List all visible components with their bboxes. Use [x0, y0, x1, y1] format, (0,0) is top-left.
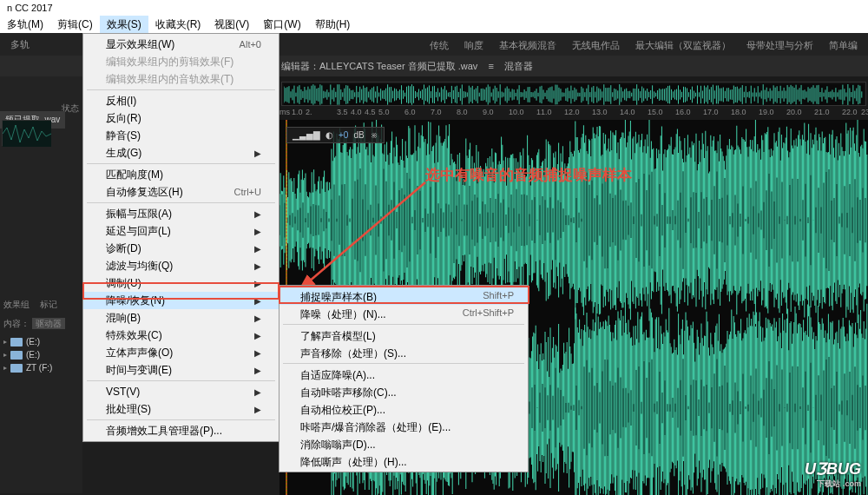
ruler-mark: 11.0 — [536, 108, 552, 116]
workspace-tabs: 传统响度基本视频混音无线电作品最大编辑（双监视器）母带处理与分析简单编 — [279, 35, 868, 56]
menu-item[interactable]: 滤波与均衡(Q)▶ — [83, 257, 279, 274]
menu-item[interactable]: 帮助(H) — [308, 16, 358, 33]
menu-item[interactable]: 多轨(M) — [0, 16, 50, 33]
ruler-mark: 4.5 — [365, 108, 376, 116]
watermark: UƷBUG下载站 .com — [805, 459, 861, 490]
menu-item[interactable]: 编辑效果组内的音轨效果(T) — [83, 70, 279, 88]
menu-item[interactable]: 调制(U)▶ — [83, 274, 279, 292]
fx-icon[interactable]: ⨳ — [370, 130, 378, 140]
panel-tab-markers[interactable]: 标记 — [40, 299, 57, 311]
menu-item[interactable]: 效果(S) — [100, 16, 148, 33]
ruler-mark: 4.0 — [351, 108, 362, 116]
menu-item[interactable]: 混响(B)▶ — [83, 309, 279, 327]
submenu-arrow-icon: ▶ — [254, 348, 261, 358]
submenu-arrow-icon: ▶ — [254, 366, 261, 375]
submenu-item[interactable]: 咔嗒声/爆音消除器（处理）(E)... — [279, 418, 528, 435]
menu-item[interactable]: 静音(S) — [83, 127, 279, 144]
ruler-mark: 5.0 — [378, 108, 390, 116]
menu-item[interactable]: 收藏夹(R) — [148, 16, 208, 33]
drive-item[interactable]: ▸(E:) — [3, 335, 79, 348]
submenu-item[interactable]: 自适应降噪(A)... — [279, 366, 528, 383]
ruler-mark: 1.0 — [292, 108, 303, 116]
submenu-arrow-icon: ▶ — [254, 209, 261, 219]
noise-reduction-submenu: 捕捉噪声样本(B)Shift+P降噪（处理）(N)...Ctrl+Shift+P… — [279, 285, 529, 472]
workspace-tab[interactable]: 简单编 — [829, 39, 858, 52]
menu-item[interactable]: 匹配响度(M) — [83, 166, 279, 183]
pan-icon: ◐ — [326, 130, 333, 140]
ruler-mark: 6.0 — [404, 108, 416, 116]
submenu-arrow-icon: ▶ — [254, 148, 261, 158]
multitrack-button[interactable]: 多轨 — [5, 38, 35, 51]
menu-item[interactable]: 批处理(S)▶ — [83, 400, 279, 418]
submenu-item[interactable]: 消除嗡嗡声(D)... — [279, 435, 528, 452]
menu-item[interactable]: 反向(R) — [83, 109, 279, 127]
submenu-item[interactable]: 了解声音模型(L) — [279, 327, 528, 344]
submenu-item[interactable]: 自动咔嗒声移除(C)... — [279, 383, 528, 400]
menu-item[interactable]: 振幅与压限(A)▶ — [83, 205, 279, 222]
menu-item[interactable]: 立体声声像(O)▶ — [83, 344, 279, 361]
drive-item[interactable]: ▸(E:) — [3, 348, 79, 361]
ruler-mark: 19.0 — [759, 108, 774, 116]
ruler-mark: 8.0 — [457, 108, 468, 116]
effects-menu: 显示效果组(W)Alt+0编辑效果组内的剪辑效果(F)编辑效果组内的音轨效果(T… — [82, 33, 279, 442]
waveform-thumbnail — [2, 120, 50, 146]
ruler-mark: 2. — [306, 108, 312, 116]
menu-item[interactable]: 自动修复选区(H)Ctrl+U — [83, 183, 279, 201]
submenu-arrow-icon: ▶ — [254, 314, 261, 323]
ruler-mark: 22.0 — [842, 108, 858, 116]
menu-item[interactable]: 延迟与回声(L)▶ — [83, 222, 279, 240]
workspace-tab[interactable]: 传统 — [430, 39, 449, 52]
submenu-arrow-icon: ▶ — [254, 261, 261, 271]
mixer-tab[interactable]: 混音器 — [504, 60, 533, 73]
annotation-text: 选中有噪音的音频捕捉噪声样本 — [425, 165, 632, 185]
menu-item[interactable]: 剪辑(C) — [50, 16, 100, 33]
menu-item[interactable]: 降噪/恢复(N)▶ — [83, 292, 279, 309]
overview-waveform[interactable] — [281, 82, 866, 106]
workspace-tab[interactable]: 母带处理与分析 — [746, 39, 813, 52]
title-bar: n CC 2017 — [0, 0, 868, 16]
submenu-arrow-icon: ▶ — [254, 279, 261, 288]
drive-icon — [10, 364, 23, 373]
level-bars-icon: ▁▃▅▇ — [293, 130, 320, 140]
submenu-item[interactable]: 捕捉噪声样本(B)Shift+P — [279, 287, 528, 305]
menu-item[interactable]: 视图(V) — [207, 16, 256, 33]
workspace-tab[interactable]: 基本视频混音 — [499, 39, 556, 52]
menu-item[interactable]: 时间与变调(E)▶ — [83, 361, 279, 379]
workspace-tab[interactable]: 响度 — [464, 39, 483, 52]
ruler-mark: 10.0 — [509, 108, 524, 116]
ruler-mark: ms — [279, 108, 290, 116]
workspace-tab[interactable]: 最大编辑（双监视器） — [635, 39, 731, 52]
submenu-arrow-icon: ▶ — [254, 244, 261, 254]
panel-menu-icon[interactable]: ≡ — [488, 61, 493, 71]
panel-tab-fxgroup[interactable]: 效果组 — [3, 299, 30, 311]
submenu-item[interactable]: 降噪（处理）(N)...Ctrl+Shift+P — [279, 305, 528, 322]
submenu-item[interactable]: 降低嘶声（处理）(H)... — [279, 452, 528, 470]
ruler-mark: 14.0 — [620, 108, 635, 116]
ruler-mark: 9.0 — [483, 108, 494, 116]
menu-item[interactable]: 反相(I) — [83, 92, 279, 109]
workspace-tab[interactable]: 无线电作品 — [572, 39, 620, 52]
submenu-item[interactable]: 自动相位校正(P)... — [279, 400, 528, 418]
menu-item[interactable]: 音频增效工具管理器(P)... — [83, 422, 279, 439]
editor-file-label: 编辑器：ALLEYCATS Teaser 音频已提取 .wav — [281, 60, 477, 73]
ruler-mark: 21.0 — [814, 108, 830, 116]
menu-item[interactable]: 生成(G)▶ — [83, 144, 279, 162]
submenu-arrow-icon: ▶ — [254, 331, 261, 340]
menu-item[interactable]: 显示效果组(W)Alt+0 — [83, 36, 279, 53]
menu-bar: 多轨(M)剪辑(C)效果(S)收藏夹(R)视图(V)窗口(W)帮助(H) — [0, 16, 868, 33]
db-value: +0 — [339, 130, 348, 140]
menu-item[interactable]: 窗口(W) — [256, 16, 307, 33]
ruler-mark: 7.0 — [431, 108, 442, 116]
menu-item[interactable]: 特殊效果(C)▶ — [83, 327, 279, 344]
submenu-arrow-icon: ▶ — [254, 296, 261, 306]
ruler-mark: 13.0 — [592, 108, 608, 116]
menu-item[interactable]: 编辑效果组内的剪辑效果(F) — [83, 53, 279, 70]
drive-item[interactable]: ▸ZT (F:) — [3, 361, 79, 374]
submenu-arrow-icon: ▶ — [254, 405, 261, 414]
menu-item[interactable]: VST(V)▶ — [83, 383, 279, 400]
content-label: 内容： — [3, 319, 30, 328]
menu-item[interactable]: 诊断(D)▶ — [83, 240, 279, 257]
submenu-item[interactable]: 声音移除（处理）(S)... — [279, 344, 528, 361]
content-value[interactable]: 驱动器 — [32, 318, 65, 329]
hud-readout: ▁▃▅▇ ◐ +0 dB ⨳ — [286, 127, 385, 143]
